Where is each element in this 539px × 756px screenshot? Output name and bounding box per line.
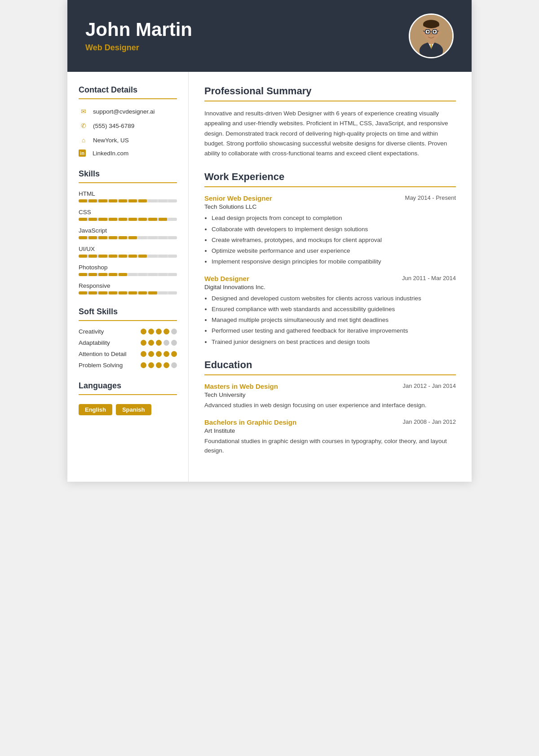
skill-bar: [79, 199, 177, 202]
skill-segment: [88, 236, 97, 239]
dot: [141, 362, 146, 368]
email-icon: ✉: [79, 106, 88, 116]
skill-segment: [138, 218, 147, 221]
dot: [148, 340, 154, 346]
soft-skill-item: Problem Solving: [79, 362, 177, 369]
languages-section: Languages EnglishSpanish: [79, 381, 177, 415]
skill-segment: [148, 255, 157, 258]
job-bullet: Performed user testing and gathered feed…: [212, 326, 456, 335]
linkedin-icon: in: [79, 149, 86, 157]
skills-section: Skills HTMLCSSJavaScriptUI/UXPhotoshopRe…: [79, 169, 177, 294]
contact-phone: (555) 345-6789: [93, 123, 134, 129]
resume-container: John Martin Web Designer: [67, 0, 472, 482]
edu-school: Art Institute: [204, 427, 456, 434]
job-bullet: Trained junior designers on best practic…: [212, 338, 456, 347]
education-item: Masters in Web DesignJan 2012 - Jan 2014…: [204, 382, 456, 410]
soft-skill-name: Adaptability: [79, 339, 110, 346]
job-header: Senior Web DesignerMay 2014 - Present: [204, 194, 456, 202]
skill-segment: [138, 236, 147, 239]
dot: [156, 351, 162, 357]
skill-bar: [79, 236, 177, 239]
skill-segment: [138, 255, 147, 258]
skill-segment: [128, 255, 137, 258]
soft-skills-divider: [79, 320, 177, 321]
edu-header: Masters in Web DesignJan 2012 - Jan 2014: [204, 382, 456, 390]
dot: [148, 329, 154, 334]
dot: [156, 329, 162, 334]
soft-skills-list: CreativityAdaptabilityAttention to Detai…: [79, 328, 177, 369]
job-bullet: Create wireframes, prototypes, and mocku…: [212, 236, 456, 245]
dot: [148, 351, 154, 357]
edu-degree: Masters in Web Design: [204, 382, 278, 390]
skill-segment: [98, 291, 107, 294]
header-left: John Martin Web Designer: [85, 19, 192, 52]
edu-date: Jan 2012 - Jan 2014: [402, 382, 456, 389]
languages-divider: [79, 394, 177, 395]
contact-email: support@cvdesigner.ai: [93, 108, 155, 115]
skill-segment: [109, 273, 117, 276]
soft-skill-item: Attention to Detail: [79, 351, 177, 357]
soft-skill-name: Attention to Detail: [79, 351, 127, 357]
skill-segment: [119, 199, 127, 202]
dot: [163, 351, 169, 357]
contact-divider: [79, 98, 177, 99]
job-title: Senior Web Designer: [204, 194, 272, 202]
skill-segment: [109, 236, 117, 239]
skill-segment: [119, 255, 127, 258]
soft-skills-section: Soft Skills CreativityAdaptabilityAttent…: [79, 307, 177, 369]
skill-segment: [88, 218, 97, 221]
skill-segment: [79, 291, 87, 294]
contact-section: Contact Details ✉ support@cvdesigner.ai …: [79, 85, 177, 157]
skill-item: CSS: [79, 209, 177, 221]
skill-segment: [119, 273, 127, 276]
skill-name: CSS: [79, 209, 177, 215]
skill-segment: [88, 273, 97, 276]
education-divider: [204, 374, 456, 375]
edu-degree: Bachelors in Graphic Design: [204, 418, 296, 426]
summary-divider: [204, 101, 456, 101]
skill-bar: [79, 218, 177, 221]
candidate-name: John Martin: [85, 19, 192, 40]
dot: [163, 329, 169, 334]
contact-linkedin-item: in LinkedIn.com: [79, 149, 177, 157]
skill-segment: [159, 255, 167, 258]
skill-item: Photoshop: [79, 264, 177, 276]
location-icon: ⌂: [79, 135, 88, 145]
body-section: Contact Details ✉ support@cvdesigner.ai …: [67, 72, 472, 482]
avatar-image: [410, 15, 452, 57]
svg-point-17: [427, 31, 429, 33]
job-bullet: Collaborate with developers to implement…: [212, 225, 456, 234]
job-bullets: Designed and developed custom websites f…: [204, 294, 456, 347]
skill-segment: [79, 255, 87, 258]
skill-segment: [159, 236, 167, 239]
contact-phone-item: ✆ (555) 345-6789: [79, 121, 177, 131]
skill-item: JavaScript: [79, 227, 177, 239]
left-column: Contact Details ✉ support@cvdesigner.ai …: [67, 72, 189, 482]
summary-section: Professional Summary Innovative and resu…: [204, 85, 456, 158]
contact-location: NewYork, US: [93, 137, 129, 144]
language-tag: Spanish: [116, 404, 151, 415]
skill-segment: [88, 291, 97, 294]
skill-segment: [138, 291, 147, 294]
skill-name: JavaScript: [79, 227, 177, 234]
soft-skill-item: Creativity: [79, 328, 177, 335]
skills-divider: [79, 182, 177, 183]
skill-segment: [79, 273, 87, 276]
skill-segment: [159, 291, 167, 294]
skill-segment: [159, 218, 167, 221]
dot: [163, 340, 169, 346]
dot: [141, 340, 146, 346]
svg-point-18: [433, 31, 436, 33]
soft-skill-dots: [141, 351, 177, 357]
job-item: Senior Web DesignerMay 2014 - PresentTec…: [204, 194, 456, 266]
skill-segment: [109, 199, 117, 202]
languages-list: EnglishSpanish: [79, 402, 177, 415]
skill-segment: [128, 218, 137, 221]
education-title: Education: [204, 359, 456, 371]
right-column: Professional Summary Innovative and resu…: [189, 72, 472, 482]
dot: [171, 362, 177, 368]
skill-segment: [138, 273, 147, 276]
skill-segment: [98, 236, 107, 239]
skill-name: UI/UX: [79, 246, 177, 252]
skill-segment: [148, 218, 157, 221]
